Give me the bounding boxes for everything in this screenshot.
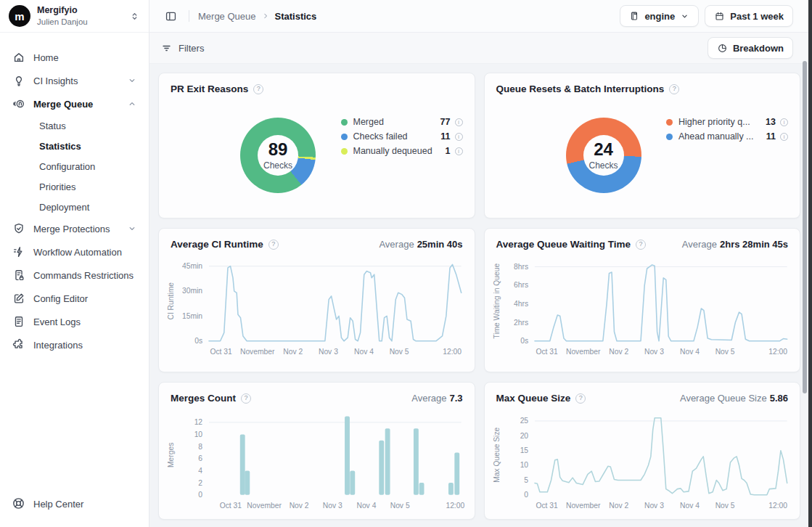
sidebar-item-label: CI Insights (33, 75, 78, 86)
sidebar-item-config-editor[interactable]: Config Editor (6, 287, 143, 310)
legend-value: 1 (446, 146, 451, 156)
main-area: Merge Queue Statistics engine Past 1 wee… (149, 0, 812, 527)
donut-chart-queue-resets[interactable]: 24 Checks (566, 118, 641, 193)
bar-chart-merges-count[interactable]: 024681012Oct 31NovemberNov 2Nov 3Nov 4No… (159, 404, 475, 515)
legend-item-merged[interactable]: Merged 77 i (341, 115, 463, 129)
sidebar-nav: Home CI Insights Merge Queue Status Stat… (0, 33, 149, 488)
donut-center-value: 24 (594, 141, 613, 158)
breadcrumb-merge-queue[interactable]: Merge Queue (198, 11, 256, 22)
sidebar-item-label: Status (39, 120, 66, 131)
help-center-button[interactable]: Help Center (12, 497, 137, 511)
svg-text:6: 6 (198, 454, 202, 462)
help-tooltip-icon[interactable]: ? (636, 240, 646, 250)
svg-text:4: 4 (198, 467, 202, 475)
legend-item-manually-dequeued[interactable]: Manually dequeued 1 i (341, 144, 463, 158)
legend-dot (341, 148, 348, 155)
legend-item-higher-priority[interactable]: Higher priority q... 13 i (666, 115, 788, 129)
help-tooltip-icon[interactable]: ? (268, 240, 279, 250)
org-name: Mergifyio (37, 5, 88, 17)
org-user: Julien Danjou (37, 17, 88, 27)
svg-text:8hrs: 8hrs (514, 263, 528, 271)
chevron-down-icon (680, 12, 689, 21)
sidebar-item-commands-restrictions[interactable]: Commands Restrictions (6, 264, 143, 287)
info-icon[interactable]: i (455, 118, 463, 126)
svg-text:Nov 3: Nov 3 (319, 348, 338, 356)
divider (189, 10, 189, 22)
legend-label: Higher priority q... (678, 117, 750, 127)
org-switcher[interactable]: m Mergifyio Julien Danjou (0, 0, 149, 33)
help-tooltip-icon[interactable]: ? (575, 393, 586, 404)
line-chart-average-queue-waiting-time[interactable]: 0s2hrs4hrs6hrs8hrsOct 31NovemberNov 2Nov… (485, 250, 800, 361)
info-icon[interactable]: i (455, 133, 463, 141)
help-tooltip-icon[interactable]: ? (241, 393, 251, 404)
topbar: Merge Queue Statistics engine Past 1 wee… (149, 0, 812, 33)
sidebar-item-statistics[interactable]: Statistics (33, 136, 143, 156)
svg-text:November: November (565, 348, 600, 356)
svg-text:Nov 4: Nov 4 (354, 348, 374, 356)
svg-text:12:00: 12:00 (768, 348, 787, 356)
legend-value: 77 (440, 117, 451, 127)
svg-text:Nov 3: Nov 3 (323, 502, 343, 510)
legend-item-checks-failed[interactable]: Checks failed 11 i (341, 129, 463, 144)
sidebar-item-label: Commands Restrictions (33, 270, 134, 281)
svg-text:15min: 15min (182, 312, 202, 320)
sidebar-toggle-button[interactable] (161, 7, 180, 25)
puzzle-icon (12, 338, 25, 352)
svg-text:Nov 2: Nov 2 (283, 348, 303, 356)
legend-label: Manually dequeued (353, 146, 432, 156)
sidebar-item-integrations[interactable]: Integrations (6, 333, 143, 356)
workflow-bolt-icon (12, 245, 25, 259)
svg-text:Max Queue Size: Max Queue Size (492, 427, 500, 482)
svg-text:Nov 5: Nov 5 (715, 348, 734, 356)
sidebar-item-home[interactable]: Home (6, 46, 143, 69)
sidebar-item-label: Deployment (39, 202, 89, 213)
svg-text:Time Waiting in Queue: Time Waiting in Queue (492, 264, 500, 339)
card-title: Average Queue Waiting Time (496, 239, 631, 250)
sidebar-item-label: Statistics (39, 141, 81, 152)
home-icon (12, 51, 25, 65)
info-icon[interactable]: i (780, 118, 788, 126)
donut-chart-pr-exit-reasons[interactable]: 89 Checks (240, 118, 316, 193)
info-icon[interactable]: i (455, 147, 463, 155)
card-title: Merges Count (171, 393, 236, 404)
date-range-button[interactable]: Past 1 week (705, 5, 793, 27)
breadcrumb-statistics: Statistics (275, 11, 317, 22)
svg-text:20: 20 (520, 432, 528, 440)
document-lines-icon (12, 315, 25, 329)
card-max-queue-size: Max Queue Size ? Average Queue Size5.86 … (484, 382, 801, 520)
sidebar-item-ci-insights[interactable]: CI Insights (6, 69, 143, 92)
chevron-up-icon (127, 99, 137, 109)
repository-select[interactable]: engine (620, 5, 699, 27)
sidebar-item-priorities[interactable]: Priorities (33, 176, 143, 197)
sidebar-item-deployment[interactable]: Deployment (33, 197, 143, 217)
sidebar-item-status[interactable]: Status (33, 115, 143, 136)
svg-text:November: November (240, 348, 275, 356)
sidebar-item-configuration[interactable]: Configuration (33, 156, 143, 176)
filters-button[interactable]: Filters (161, 43, 204, 54)
sidebar-item-event-logs[interactable]: Event Logs (6, 310, 143, 333)
info-icon[interactable]: i (780, 133, 788, 141)
legend-item-ahead-manually[interactable]: Ahead manually ... 11 i (666, 129, 788, 144)
sidebar-item-merge-queue[interactable]: Merge Queue (6, 92, 143, 115)
svg-text:Nov 2: Nov 2 (609, 348, 628, 356)
sidebar-item-merge-protections[interactable]: Merge Protections (6, 217, 143, 240)
line-chart-average-ci-runtime[interactable]: 0s15min30min45minOct 31NovemberNov 2Nov … (159, 250, 475, 361)
svg-text:0: 0 (198, 491, 202, 499)
card-title: Max Queue Size (496, 393, 571, 404)
help-tooltip-icon[interactable]: ? (669, 84, 679, 94)
line-chart-max-queue-size[interactable]: 0510152025Oct 31NovemberNov 2Nov 3Nov 4N… (485, 404, 800, 515)
sidebar-item-label: Event Logs (33, 316, 81, 327)
repo-icon (629, 11, 639, 21)
svg-text:Nov 2: Nov 2 (290, 502, 309, 510)
average-readout: Average7.3 (411, 393, 462, 404)
card-average-ci-runtime: Average CI Runtime ? Average25min 40s 0s… (158, 228, 475, 372)
svg-text:Nov 5: Nov 5 (390, 502, 410, 510)
svg-text:12:00: 12:00 (443, 348, 462, 356)
breakdown-button[interactable]: Breakdown (708, 37, 793, 59)
svg-text:Oct 31: Oct 31 (536, 348, 558, 356)
help-tooltip-icon[interactable]: ? (253, 84, 263, 94)
sidebar-item-workflow-automation[interactable]: Workflow Automation (6, 240, 143, 264)
card-merges-count: Merges Count ? Average7.3 024681012Oct 3… (158, 382, 475, 520)
scrollbar-thumb[interactable] (803, 61, 807, 393)
donut-center-label: Checks (263, 160, 292, 171)
